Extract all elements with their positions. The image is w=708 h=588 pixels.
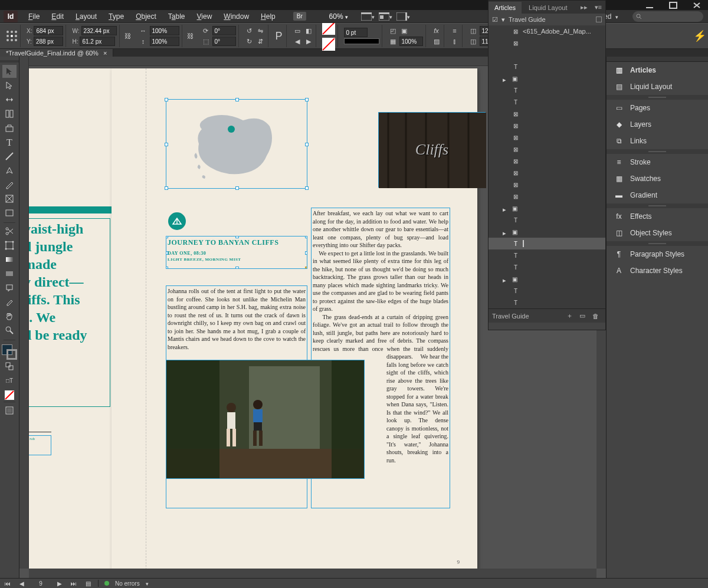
select-prev-icon[interactable]: ◀ [293, 37, 302, 46]
scissors-tool[interactable] [2, 225, 17, 238]
menu-type[interactable]: Type [103, 12, 130, 21]
article-export-icon[interactable] [596, 17, 602, 22]
y-input[interactable]: 288 px [34, 37, 63, 46]
stroke-weight-input[interactable]: 0 pt [344, 28, 368, 37]
article-item[interactable]: T [489, 84, 605, 96]
article-items-list[interactable]: ⊠<615_Adobe_AI_Map...⊠T▸▣TT⊠⊠⊠⊠⊠⊠⊠⊠▸▣T▸▣… [489, 25, 605, 308]
delete-article-button[interactable]: 🗑 [589, 311, 602, 321]
article-item[interactable]: ▸▣ [489, 202, 605, 214]
format-container-icon[interactable]: □T [2, 374, 17, 387]
view-mode-1[interactable] [359, 10, 377, 23]
horizontal-scrollbar[interactable] [29, 569, 596, 578]
no-stroke-icon[interactable] [322, 38, 335, 51]
dock-item-pages[interactable]: ▭Pages [607, 100, 708, 116]
x-input[interactable]: 684 px [34, 26, 63, 35]
article-item[interactable]: ⊠ [489, 108, 605, 120]
w-input[interactable]: 232.44 px [81, 26, 117, 35]
free-transform-tool[interactable] [2, 239, 17, 252]
zoom-tool[interactable] [2, 324, 17, 337]
line-tool[interactable] [2, 150, 17, 163]
close-button[interactable] [690, 1, 703, 9]
rotate-ccw-icon[interactable]: ↺ [245, 26, 254, 35]
next-page-button[interactable]: ▶ [55, 579, 64, 587]
apply-none-icon[interactable] [5, 390, 14, 400]
menu-table[interactable]: Table [162, 12, 191, 21]
scale-y-input[interactable]: 100% [150, 37, 179, 46]
doc-tab-close-icon[interactable]: × [103, 50, 107, 57]
dock-item-stroke[interactable]: ≡Stroke [607, 154, 708, 170]
view-mode-2[interactable] [377, 10, 395, 23]
select-content-icon[interactable]: ◧ [304, 26, 313, 35]
article-item[interactable]: T [489, 214, 605, 226]
article-item[interactable]: ⊠<615_Adobe_AI_Map... [489, 25, 605, 37]
article-item[interactable]: ⊠ [489, 179, 605, 190]
selection-tool[interactable] [2, 65, 17, 78]
constrain-proportions-icon[interactable]: ⛓ [123, 31, 133, 41]
select-next-icon[interactable]: ▶ [304, 37, 313, 46]
add-article-button[interactable]: ＋ [563, 311, 576, 321]
corner-icon[interactable]: ◰ [388, 26, 398, 35]
menu-edit[interactable]: Edit [45, 12, 70, 21]
shear-input[interactable]: 0° [212, 37, 236, 46]
char-format-icon[interactable]: P [274, 31, 284, 41]
new-article-button[interactable]: ▭ [576, 311, 589, 321]
pen-tool[interactable] [2, 164, 17, 177]
content-collector-tool[interactable] [2, 121, 17, 134]
flip-v-icon[interactable]: ⇵ [256, 37, 266, 46]
type-tool[interactable]: T [2, 136, 17, 149]
open-pages-button[interactable]: ▤ [84, 579, 92, 587]
article-item[interactable] [489, 49, 605, 61]
articles-tab[interactable]: Articles [489, 2, 522, 14]
article-item[interactable]: ⊠ [489, 190, 605, 202]
liquid-layout-tab[interactable]: Liquid Layout [523, 2, 573, 14]
hiking-image-frame[interactable] [166, 360, 365, 479]
reference-point-icon[interactable] [6, 30, 18, 42]
align-h-icon[interactable]: ≡ [450, 26, 460, 35]
article-item[interactable]: ⊠ [489, 167, 605, 179]
last-page-button[interactable]: ⏭ [70, 579, 78, 587]
article-group-row[interactable]: ☑ ▾ Travel Guide [489, 14, 605, 25]
bridge-button[interactable]: Br [293, 12, 306, 21]
headline-frame[interactable]: JOURNEY TO BANYAN CLIFFS DAY ONE, 08:30 … [166, 236, 307, 269]
eyedropper-tool[interactable] [2, 295, 17, 308]
gradient-feather-tool[interactable] [2, 267, 17, 280]
article-item[interactable]: T [489, 285, 605, 297]
page-tool[interactable] [2, 93, 17, 106]
dock-item-layers[interactable]: ◆Layers [607, 116, 708, 133]
prev-page-button[interactable]: ◀ [18, 579, 26, 587]
menu-file[interactable]: File [22, 12, 45, 21]
dock-item-gradient[interactable]: ▬Gradient [607, 187, 708, 203]
align-v-icon[interactable]: ⫿ [450, 37, 460, 46]
menu-help[interactable]: Help [255, 12, 281, 21]
first-page-button[interactable]: ⏮ [4, 579, 12, 587]
stroke-style-select[interactable] [344, 38, 379, 44]
direct-selection-tool[interactable] [2, 79, 17, 92]
disclosure-icon[interactable]: ▾ [502, 16, 505, 24]
article-item[interactable]: T [489, 249, 605, 261]
drop-shadow-icon[interactable]: ▨ [432, 37, 441, 46]
rotate-cw-icon[interactable]: ↻ [245, 37, 254, 46]
article-item[interactable]: ⊠ [489, 37, 605, 49]
articles-panel[interactable]: Articles Liquid Layout ▸▸ ▾≡ ☑ ▾ Travel … [488, 0, 606, 330]
article-item-export-icon[interactable] [523, 240, 524, 247]
thumb-frame[interactable]: rs, rub [29, 435, 51, 455]
rotate-input[interactable]: 0° [212, 26, 236, 35]
dock-item-char[interactable]: ACharacter Styles [607, 262, 708, 279]
lightning-icon[interactable]: ⚡ [695, 31, 704, 41]
preflight-menu-icon[interactable] [146, 580, 149, 587]
rectangle-tool[interactable] [2, 206, 17, 219]
maximize-button[interactable] [667, 1, 680, 9]
view-mode-button[interactable] [2, 404, 17, 417]
article-item[interactable]: T [489, 297, 605, 308]
page-number-field[interactable]: 9 [32, 580, 50, 587]
zoom-select[interactable]: 60% [318, 11, 359, 22]
dock-item-para[interactable]: ¶Paragraph Styles [607, 246, 708, 262]
dock-item-swatches[interactable]: ▦Swatches [607, 170, 708, 187]
article-item[interactable]: ▸▣ [489, 226, 605, 238]
article-item[interactable]: ▸▣ [489, 273, 605, 285]
menu-view[interactable]: View [191, 12, 218, 21]
dock-item-obj[interactable]: ◫Object Styles [607, 225, 708, 241]
constrain-scale-icon[interactable]: ⛓ [186, 31, 195, 41]
view-mode-3[interactable] [395, 10, 412, 23]
article-item[interactable]: T [489, 61, 605, 73]
